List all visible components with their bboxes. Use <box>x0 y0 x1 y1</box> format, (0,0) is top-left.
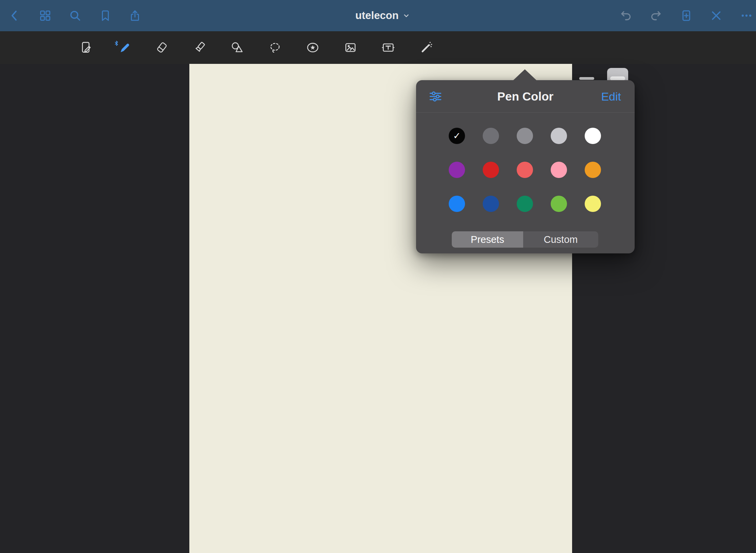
pen-color-swatch-purple[interactable] <box>449 162 465 178</box>
document-title[interactable]: utelecon <box>355 0 410 31</box>
popover-title: Pen Color <box>497 90 553 103</box>
tool-image[interactable] <box>342 39 359 56</box>
close-button[interactable] <box>709 8 724 23</box>
pen-color-swatch-black[interactable]: ✓ <box>449 128 465 144</box>
check-icon: ✓ <box>453 131 461 141</box>
segment-custom[interactable]: Custom <box>523 231 598 248</box>
segment-presets[interactable]: Presets <box>452 231 523 248</box>
tool-lasso[interactable] <box>267 39 283 56</box>
bookmark-icon <box>99 9 112 22</box>
sliders-icon <box>428 89 443 104</box>
top-navigation-bar: utelecon <box>0 0 756 31</box>
tool-laser-pointer[interactable] <box>418 39 434 56</box>
edit-button[interactable]: Edit <box>601 90 621 103</box>
app-screen: utelecon <box>0 0 756 553</box>
pen-color-swatch-red[interactable] <box>483 162 499 178</box>
bluetooth-icon <box>114 40 119 47</box>
stickers-icon <box>305 40 321 55</box>
pen-color-swatch-teal[interactable] <box>517 196 533 212</box>
bookmark-button[interactable] <box>98 8 113 23</box>
pen-color-swatch-pink[interactable] <box>551 162 567 178</box>
tool-text[interactable] <box>380 39 396 56</box>
shapes-icon <box>229 40 245 55</box>
close-icon <box>710 9 723 22</box>
add-page-icon <box>680 9 693 22</box>
tool-bar <box>0 31 756 64</box>
title-chevron-down-icon <box>403 12 410 19</box>
undo-button[interactable] <box>619 8 634 23</box>
redo-button[interactable] <box>648 8 663 23</box>
tool-group <box>78 31 434 64</box>
tool-highlighter[interactable] <box>191 39 208 56</box>
pen-color-swatch-green[interactable] <box>551 196 567 212</box>
lasso-icon <box>267 40 283 55</box>
tool-shapes[interactable] <box>229 39 245 56</box>
share-button[interactable] <box>127 8 142 23</box>
thumbnails-icon <box>39 9 52 22</box>
pen-color-swatch-coral[interactable] <box>517 162 533 178</box>
back-button[interactable] <box>7 8 22 23</box>
pen-color-swatch-white[interactable] <box>585 128 601 144</box>
share-icon <box>128 9 141 22</box>
pen-color-popover: Pen Color Edit ✓ Presets Custom <box>416 80 635 253</box>
pen-color-swatch-gray[interactable] <box>517 128 533 144</box>
tool-stickers[interactable] <box>305 39 321 56</box>
pen-color-swatch-blue[interactable] <box>449 196 465 212</box>
tool-eraser[interactable] <box>154 39 170 56</box>
pen-settings-button[interactable] <box>428 89 443 104</box>
pen-color-grid: ✓ <box>449 128 601 212</box>
document-title-text: utelecon <box>355 10 398 22</box>
back-icon <box>8 9 21 22</box>
segmented-control: Presets Custom <box>452 231 598 248</box>
more-icon <box>740 9 753 22</box>
thumbnails-button[interactable] <box>38 8 53 23</box>
search-button[interactable] <box>68 8 83 23</box>
document-edit-icon <box>79 40 94 55</box>
more-button[interactable] <box>739 8 754 23</box>
highlighter-icon <box>192 40 207 55</box>
pen-color-swatch-orange[interactable] <box>585 162 601 178</box>
pen-color-swatch-navy[interactable] <box>483 196 499 212</box>
stroke-width-medium[interactable] <box>579 77 594 80</box>
redo-icon <box>649 9 662 22</box>
pen-color-swatch-yellow[interactable] <box>585 196 601 212</box>
laser-pointer-icon <box>418 40 434 55</box>
undo-icon <box>620 9 633 22</box>
tool-pen[interactable] <box>116 39 132 56</box>
search-icon <box>69 9 82 22</box>
pen-color-swatch-light-gray[interactable] <box>551 128 567 144</box>
image-icon <box>343 40 358 55</box>
add-page-button[interactable] <box>679 8 694 23</box>
eraser-icon <box>154 40 170 55</box>
tool-document-edit[interactable] <box>78 39 94 56</box>
popover-header: Pen Color Edit <box>416 80 635 113</box>
popover-arrow <box>513 69 537 81</box>
pen-color-swatch-dark-gray[interactable] <box>483 128 499 144</box>
text-icon <box>380 40 396 55</box>
